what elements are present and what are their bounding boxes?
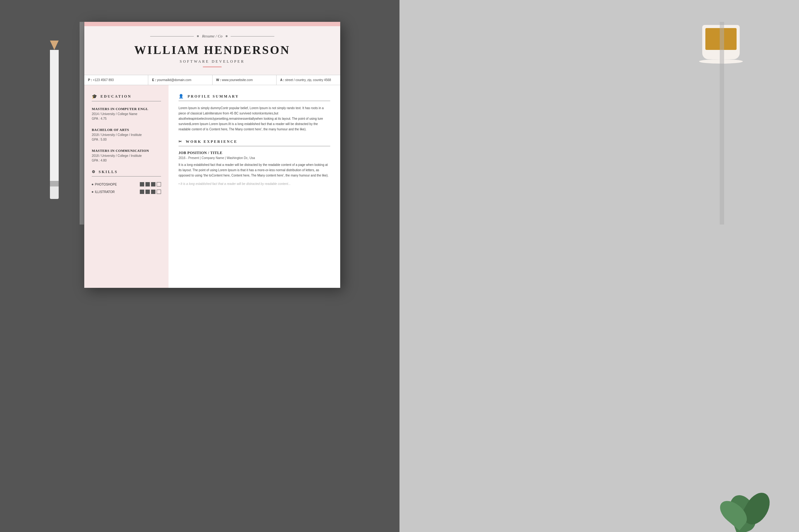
skill-illustrator: ILLISTRATOR bbox=[92, 190, 161, 194]
contact-address-label: A : bbox=[280, 78, 285, 82]
skill-bar-1 bbox=[140, 182, 144, 187]
contact-website: W : www.yourwebsite.com bbox=[213, 75, 276, 85]
work-experience-section: ✂ WORK EXPERIENCE JOB POSITION / TITLE 2… bbox=[179, 139, 330, 187]
brand-line-left bbox=[150, 36, 194, 37]
skill-illustrator-name: ILLISTRATOR bbox=[92, 190, 115, 194]
brand: Resume / Co bbox=[97, 34, 328, 39]
contact-bar: P : +123 4567 893 E : yourmailid@domain.… bbox=[84, 75, 340, 85]
edu-degree-3: MASTERS IN COMMUNICATION bbox=[92, 149, 161, 152]
job-title-1: JOB POSITION / TITLE bbox=[179, 151, 330, 155]
job-more-indicator: • It is a long established fact that a r… bbox=[179, 181, 330, 187]
contact-website-value: www.yourwebsite.com bbox=[222, 78, 253, 82]
education-entry-1: MASTERS IN COMPUTER ENGI. 2014 / Univers… bbox=[92, 107, 161, 121]
edu-degree-1: MASTERS IN COMPUTER ENGI. bbox=[92, 107, 161, 111]
skill-bar-5 bbox=[140, 190, 144, 194]
skill-bar-6 bbox=[145, 190, 150, 194]
pencil-decoration bbox=[50, 40, 59, 215]
brand-dot-right bbox=[226, 35, 228, 37]
profile-section: 👤 PROFILE SUMMARY Lorem Ipsum is simply … bbox=[179, 94, 330, 132]
skills-underline bbox=[92, 176, 161, 176]
skill-bar-2 bbox=[145, 182, 150, 187]
brand-line-right bbox=[231, 36, 274, 37]
profile-title: 👤 PROFILE SUMMARY bbox=[179, 94, 330, 99]
education-entry-2: BACHELOR OF ARTS 2018 / University / Col… bbox=[92, 128, 161, 142]
work-underline bbox=[179, 146, 330, 146]
contact-address-value: street / country, zip, country 4568 bbox=[285, 78, 331, 82]
skill-photoshop-name: PHOTOSHOPE bbox=[92, 183, 117, 186]
profile-underline bbox=[179, 101, 330, 101]
skill-bar-8 bbox=[157, 190, 161, 194]
resume-body: 🎓 EDUCATION MASTERS IN COMPUTER ENGI. 20… bbox=[84, 85, 340, 288]
graduation-icon: 🎓 bbox=[92, 94, 98, 99]
contact-website-label: W : bbox=[216, 78, 222, 82]
edu-year-1: 2014 / University / College Name bbox=[92, 112, 161, 116]
contact-email-label: E : bbox=[152, 78, 157, 82]
contact-email-value: yourmailid@domain.com bbox=[157, 78, 191, 82]
title-underline bbox=[203, 66, 222, 68]
skill-dot bbox=[92, 184, 93, 185]
edu-gpa-3: GPA : 4.80 bbox=[92, 158, 161, 163]
pencil-eraser-band bbox=[50, 181, 59, 187]
resume-header: Resume / Co WILLIAM HENDERSON SOFTWARE D… bbox=[84, 26, 340, 75]
skill-bar-7 bbox=[151, 190, 156, 194]
contact-address: A : street / country, zip, country 4568 bbox=[276, 75, 340, 85]
edu-degree-2: BACHELOR OF ARTS bbox=[92, 128, 161, 132]
profile-text: Lorem Ipsum is simply dummyContr popular… bbox=[179, 106, 330, 132]
skills-title-text: SKILLS bbox=[98, 170, 118, 174]
pencil-eraser bbox=[50, 187, 59, 199]
work-title-text: WORK EXPERIENCE bbox=[186, 139, 237, 144]
brand-name: Resume / Co bbox=[202, 34, 222, 39]
plant-decoration bbox=[712, 470, 774, 532]
user-icon: 👤 bbox=[179, 94, 184, 99]
contact-phone-label: P : bbox=[88, 78, 93, 82]
applicant-name: WILLIAM HENDERSON bbox=[97, 43, 328, 57]
skill-bar-3 bbox=[151, 182, 156, 187]
brand-dot-left bbox=[197, 35, 199, 37]
education-title: 🎓 EDUCATION bbox=[92, 94, 161, 99]
edu-year-2: 2018 / University / College / Institute bbox=[92, 133, 161, 137]
resume-document: Resume / Co WILLIAM HENDERSON SOFTWARE D… bbox=[84, 22, 340, 288]
wrench-icon: ✂ bbox=[179, 139, 183, 144]
profile-title-text: PROFILE SUMMARY bbox=[187, 94, 239, 99]
skill-illustrator-label: ILLISTRATOR bbox=[95, 190, 115, 194]
edu-gpa-1: GPA : 4.75 bbox=[92, 116, 161, 121]
resume-side-accent-left bbox=[79, 22, 84, 225]
skills-section: ⚙ SKILLS PHOTOSHOPE bbox=[92, 170, 161, 194]
edu-gpa-2: GPA : 5.00 bbox=[92, 137, 161, 142]
work-title: ✂ WORK EXPERIENCE bbox=[179, 139, 330, 144]
pencil-body bbox=[50, 50, 59, 181]
gear-icon: ⚙ bbox=[92, 170, 96, 174]
education-entry-3: MASTERS IN COMMUNICATION 2018 / Universi… bbox=[92, 149, 161, 163]
skill-dot-2 bbox=[92, 191, 93, 193]
resume-side-accent-right bbox=[720, 22, 724, 225]
education-underline bbox=[92, 101, 161, 101]
main-content: 👤 PROFILE SUMMARY Lorem Ipsum is simply … bbox=[168, 85, 340, 288]
top-banner bbox=[84, 22, 340, 26]
contact-phone-value: +123 4567 893 bbox=[93, 78, 114, 82]
skill-illustrator-bars bbox=[140, 190, 161, 194]
education-section: 🎓 EDUCATION MASTERS IN COMPUTER ENGI. 20… bbox=[92, 94, 161, 163]
skill-photoshop: PHOTOSHOPE bbox=[92, 182, 161, 187]
background-light bbox=[399, 0, 799, 532]
skill-bar-4 bbox=[157, 182, 161, 187]
contact-phone: P : +123 4567 893 bbox=[84, 75, 148, 85]
skill-photoshop-label: PHOTOSHOPE bbox=[95, 183, 117, 186]
resume-sidebar: 🎓 EDUCATION MASTERS IN COMPUTER ENGI. 20… bbox=[84, 85, 168, 288]
skills-title: ⚙ SKILLS bbox=[92, 170, 161, 174]
job-detail-1: 2016 - Present | Company Name | Washingt… bbox=[179, 156, 330, 160]
applicant-title: SOFTWARE DEVELOPER bbox=[97, 59, 328, 64]
skill-photoshop-bars bbox=[140, 182, 161, 187]
education-title-text: EDUCATION bbox=[101, 94, 131, 99]
edu-year-3: 2018 / University / College / Institute bbox=[92, 153, 161, 158]
pencil-tip bbox=[50, 40, 59, 50]
contact-email: E : yourmailid@domain.com bbox=[148, 75, 212, 85]
job-description-1: It is a long established fact that a rea… bbox=[179, 162, 330, 178]
